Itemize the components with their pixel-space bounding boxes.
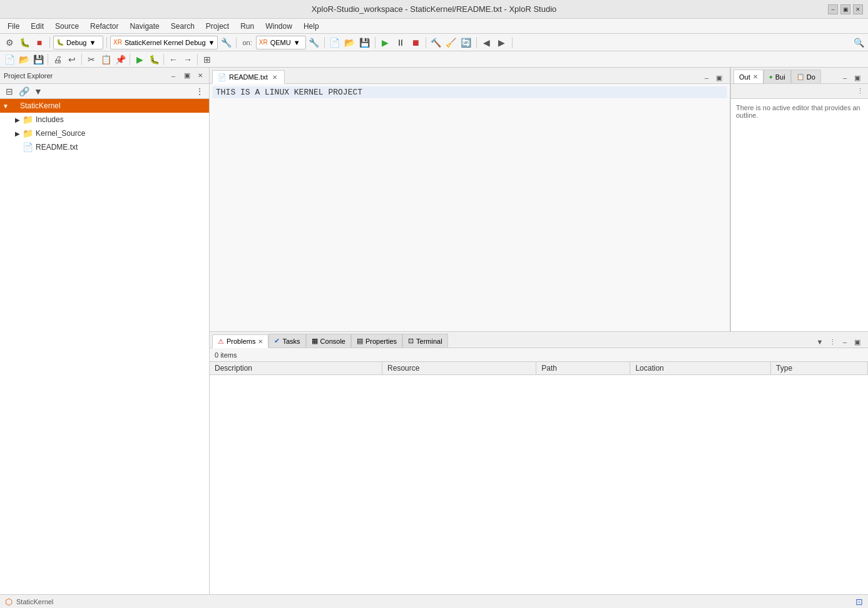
bottom-minimize-btn[interactable]: –: [839, 336, 850, 348]
minimize-button[interactable]: –: [828, 4, 838, 14]
bottom-filter-btn[interactable]: ▼: [814, 336, 825, 348]
toolbar-terminate-btn[interactable]: ⏹: [409, 36, 422, 49]
separator-t2-4: [163, 54, 164, 65]
project-explorer-close-btn[interactable]: ✕: [195, 71, 205, 80]
menu-source[interactable]: Source: [50, 21, 84, 32]
close-button[interactable]: ✕: [853, 4, 863, 14]
toolbar-refresh-btn[interactable]: 🔄: [459, 36, 473, 49]
toolbar2-cut-btn[interactable]: ✂: [84, 53, 98, 66]
filter-btn[interactable]: ▼: [31, 85, 45, 98]
collapse-all-btn[interactable]: ⊟: [3, 85, 16, 98]
toolbar-new-btn[interactable]: 📄: [328, 36, 342, 49]
toolbar-debug-btn[interactable]: 🐛: [18, 36, 31, 49]
col-type[interactable]: Type: [771, 362, 868, 375]
project-explorer-maximize-btn[interactable]: ▣: [181, 70, 193, 81]
editor-tab-close-btn[interactable]: ✕: [270, 73, 279, 81]
outline-menu-btn[interactable]: ⋮: [854, 86, 865, 97]
menu-search[interactable]: Search: [166, 21, 200, 32]
bottom-status-text: 0 items: [215, 351, 237, 359]
bottom-maximize-btn[interactable]: ▣: [852, 336, 863, 348]
toolbar-qemu-cfg-btn[interactable]: 🔧: [307, 36, 321, 49]
toolbar2-save-btn[interactable]: 💾: [31, 53, 45, 66]
outline-tab-out-close[interactable]: ✕: [753, 73, 758, 80]
tree-item-kernel-source[interactable]: ▶ 📁 Kernel_Source: [0, 126, 209, 140]
outline-tab-bui[interactable]: ● Bui: [763, 70, 791, 83]
outline-tab-bui-label: Bui: [775, 73, 785, 81]
toolbar-run-btn[interactable]: ▶: [379, 36, 392, 49]
tree-item-readme[interactable]: ▶ 📄 README.txt: [0, 140, 209, 154]
bottom-menu-btn[interactable]: ⋮: [827, 336, 838, 348]
toolbar-search-btn[interactable]: 🔍: [852, 36, 865, 49]
toolbar2-new-btn[interactable]: 📄: [3, 53, 16, 66]
toolbar-config-btn[interactable]: 🔧: [219, 36, 233, 49]
toolbar2-nav-back-btn[interactable]: ←: [166, 53, 180, 66]
toolbar-prev-btn[interactable]: ◀: [480, 36, 494, 49]
bottom-tab-tasks[interactable]: ✔ Tasks: [268, 334, 305, 348]
editor-minimize-btn[interactable]: –: [701, 72, 712, 83]
toolbar-next-btn[interactable]: ▶: [495, 36, 509, 49]
toolbar2-debug2-btn[interactable]: 🐛: [147, 53, 161, 66]
tree-item-root[interactable]: ▼ ⬡ StaticKernel: [0, 99, 209, 113]
toolbar2-print-btn[interactable]: 🖨: [51, 53, 64, 66]
project-explorer-minimize-btn[interactable]: –: [168, 70, 179, 81]
editor-maximize-btn[interactable]: ▣: [713, 72, 725, 83]
problems-tab-close[interactable]: ✕: [258, 338, 263, 345]
menu-project[interactable]: Project: [201, 21, 234, 32]
outline-message: There is no active editor that provides …: [736, 104, 860, 119]
outline-controls: – ▣: [839, 72, 865, 83]
project-menu-btn[interactable]: ⋮: [193, 85, 207, 98]
status-project-label: StaticKernel: [16, 598, 53, 605]
menu-file[interactable]: File: [3, 21, 24, 32]
main-area: Project Explorer – ▣ ✕ ⊟ 🔗 ▼ ⋮ ▼ ⬡ Stati…: [0, 68, 868, 594]
toolbar2-run2-btn[interactable]: ▶: [133, 53, 146, 66]
debug-config-dropdown[interactable]: 🐛 Debug ▼: [53, 36, 103, 49]
qemu-dropdown[interactable]: XR QEMU ▼: [256, 36, 306, 49]
toolbar2-open-btn[interactable]: 📂: [17, 53, 31, 66]
editor-area: 📄 README.txt ✕ – ▣ THIS IS A LINUX KERNE…: [210, 68, 868, 331]
readme-label: README.txt: [36, 143, 78, 152]
toolbar-pause-btn[interactable]: ⏸: [394, 36, 407, 49]
toolbar-build-btn[interactable]: 🔨: [429, 36, 443, 49]
toolbar-open-btn[interactable]: 📂: [343, 36, 357, 49]
restore-button[interactable]: ▣: [840, 4, 850, 14]
toolbar2-copy-btn[interactable]: 📋: [99, 53, 113, 66]
bottom-tab-console[interactable]: ▦ Console: [306, 334, 351, 348]
col-path[interactable]: Path: [536, 362, 630, 375]
bottom-tab-problems[interactable]: ⚠ Problems ✕: [212, 334, 268, 348]
toolbar-save-btn[interactable]: 💾: [358, 36, 372, 49]
readme-icon: 📄: [23, 142, 33, 152]
menu-run[interactable]: Run: [235, 21, 259, 32]
menu-window[interactable]: Window: [260, 21, 297, 32]
bottom-tab-properties[interactable]: ▤ Properties: [351, 334, 402, 348]
toolbar-stop-btn[interactable]: ■: [33, 36, 46, 49]
editor-tab-readme[interactable]: 📄 README.txt ✕: [212, 70, 285, 84]
kernel-config-dropdown[interactable]: XR StaticKernel Kernel Debug ▼: [110, 36, 218, 49]
col-description[interactable]: Description: [210, 362, 382, 375]
toolbar2-undo-btn[interactable]: ↩: [65, 53, 79, 66]
outline-tab-out[interactable]: Out ✕: [733, 70, 763, 83]
tree-item-includes[interactable]: ▶ 📁 Includes: [0, 113, 209, 126]
bottom-tab-terminal[interactable]: ⊡ Terminal: [402, 334, 448, 348]
menu-bar: File Edit Source Refactor Navigate Searc…: [0, 19, 868, 34]
toolbar2-perspective-btn[interactable]: ⊞: [200, 53, 214, 66]
menu-help[interactable]: Help: [299, 21, 324, 32]
toolbar2-nav-fwd-btn[interactable]: →: [181, 53, 195, 66]
menu-edit[interactable]: Edit: [26, 21, 49, 32]
menu-refactor[interactable]: Refactor: [85, 21, 123, 32]
link-editor-btn[interactable]: 🔗: [17, 85, 31, 98]
outline-maximize-btn[interactable]: ▣: [852, 72, 863, 83]
bottom-tabs: ⚠ Problems ✕ ✔ Tasks ▦ Console ▤ Propert…: [210, 332, 868, 348]
status-project-icon: ⬡: [5, 597, 13, 607]
menu-navigate[interactable]: Navigate: [125, 21, 164, 32]
project-explorer-title: Project Explorer: [4, 72, 165, 80]
col-location[interactable]: Location: [630, 362, 771, 375]
toolbar-clean-btn[interactable]: 🧹: [444, 36, 458, 49]
outline-tab-do[interactable]: 📋 Do: [791, 70, 821, 83]
toolbar2-paste-btn[interactable]: 📌: [113, 53, 127, 66]
outline-minimize-btn[interactable]: –: [839, 72, 850, 83]
col-resource[interactable]: Resource: [382, 362, 536, 375]
editor-content[interactable]: THIS IS A LINUX KERNEL PROJECT: [210, 84, 730, 331]
root-label: StaticKernel: [20, 101, 61, 110]
toolbar-settings-btn[interactable]: ⚙: [3, 36, 16, 49]
kernel-source-label: Kernel_Source: [36, 129, 85, 138]
